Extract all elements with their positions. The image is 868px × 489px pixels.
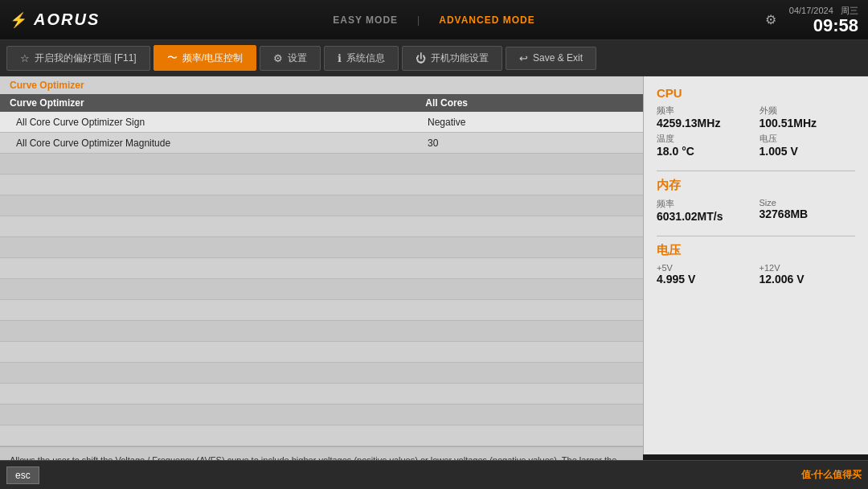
divider-2 xyxy=(657,236,855,236)
top-bar: ⚡ AORUS EASY MODE | ADVANCED MODE ⚙ 04/1… xyxy=(0,0,868,40)
sysinfo-icon: ℹ xyxy=(338,52,342,64)
volt-5v-item: +5V 4.995 V xyxy=(657,263,753,286)
cpu-freq-item: 频率 4259.13MHz xyxy=(657,105,753,129)
tab-favorites[interactable]: ☆ 开启我的偏好页面 [F11] xyxy=(6,46,150,71)
watermark: 值·什么值得买 xyxy=(801,468,862,482)
volt-12v-item: +12V 12.006 V xyxy=(760,263,856,286)
tab-boot-label: 开机功能设置 xyxy=(431,51,489,65)
easy-mode-button[interactable]: EASY MODE xyxy=(313,10,417,31)
mem-title: 内存 xyxy=(657,178,855,193)
settings-icon[interactable]: ⚙ xyxy=(765,12,776,27)
row-2-name: All Core Curve Optimizer Magnitude xyxy=(10,138,428,149)
logo-icon: ⚡ xyxy=(10,11,27,29)
time-display: 09:58 xyxy=(813,15,858,35)
mem-freq-item: 频率 6031.02MT/s xyxy=(657,198,753,223)
divider-1 xyxy=(657,171,855,171)
tab-favorites-label: 开启我的偏好页面 [F11] xyxy=(35,51,137,65)
cpu-temp-label: 温度 xyxy=(657,133,753,145)
cpu-freq-label: 频率 xyxy=(657,105,753,117)
settings-nav-icon: ⚙ xyxy=(273,52,283,64)
mem-size-item: Size 32768MB xyxy=(760,198,856,223)
nav-tabs: ☆ 开启我的偏好页面 [F11] 〜 频率/电压控制 ⚙ 设置 ℹ 系统信息 ⏻… xyxy=(0,40,868,76)
datetime: 04/17/2024 周三 09:58 xyxy=(789,5,858,35)
boot-icon: ⏻ xyxy=(416,52,426,64)
mem-size-label: Size xyxy=(760,198,856,208)
save-exit-icon: ↩ xyxy=(519,52,528,64)
tab-save-exit[interactable]: ↩ Save & Exit xyxy=(506,47,596,70)
breadcrumb: Curve Optimizer xyxy=(0,76,643,94)
cpu-voltage-value: 1.005 V xyxy=(760,145,856,158)
logo-text: AORUS xyxy=(34,10,100,29)
right-panel: CPU 频率 4259.13MHz 外频 100.51MHz 温度 18.0 °… xyxy=(643,76,868,454)
col-header-name: Curve Optimizer xyxy=(10,97,425,109)
mem-info-grid: 频率 6031.02MT/s Size 32768MB xyxy=(657,198,855,223)
mem-size-value: 32768MB xyxy=(760,208,856,220)
volt-12v-label: +12V xyxy=(760,263,856,273)
col-header-value: All Cores xyxy=(425,97,633,109)
volt-5v-label: +5V xyxy=(657,263,753,273)
footer-right: 值·什么值得买 xyxy=(801,468,862,482)
freq-icon: 〜 xyxy=(167,51,178,65)
table-header: Curve Optimizer All Cores xyxy=(0,94,643,112)
mem-freq-label: 频率 xyxy=(657,198,753,210)
tab-settings[interactable]: ⚙ 设置 xyxy=(260,46,321,71)
cpu-freq-value: 4259.13MHz xyxy=(657,117,753,129)
cpu-ext-freq-item: 外频 100.51MHz xyxy=(760,105,856,129)
tab-save-exit-label: Save & Exit xyxy=(533,52,583,64)
cpu-voltage-item: 电压 1.005 V xyxy=(760,133,856,158)
favorites-icon: ☆ xyxy=(20,52,30,64)
cpu-ext-freq-label: 外频 xyxy=(760,105,856,117)
empty-table-area xyxy=(0,154,643,446)
volt-12v-value: 12.006 V xyxy=(760,273,856,286)
row-1-name: All Core Curve Optimizer Sign xyxy=(10,117,428,128)
volt-5v-value: 4.995 V xyxy=(657,273,753,286)
table-row[interactable]: All Core Curve Optimizer Sign Negative xyxy=(0,112,643,133)
tab-settings-label: 设置 xyxy=(288,51,307,65)
cpu-title: CPU xyxy=(657,86,855,100)
cpu-temp-value: 18.0 °C xyxy=(657,145,753,158)
cpu-section: CPU 频率 4259.13MHz 外频 100.51MHz 温度 18.0 °… xyxy=(657,86,855,158)
advanced-mode-button[interactable]: ADVANCED MODE xyxy=(420,10,554,31)
mode-buttons: EASY MODE | ADVANCED MODE xyxy=(313,10,554,31)
row-2-value: 30 xyxy=(428,138,633,149)
volt-title: 电压 xyxy=(657,243,855,258)
tab-boot[interactable]: ⏻ 开机功能设置 xyxy=(402,46,502,71)
top-right: ⚙ 04/17/2024 周三 09:58 xyxy=(765,5,858,35)
esc-button[interactable]: esc xyxy=(6,466,39,484)
cpu-voltage-label: 电压 xyxy=(760,133,856,145)
footer-bar: esc 值·什么值得买 xyxy=(0,460,868,489)
table-row[interactable]: All Core Curve Optimizer Magnitude 30 xyxy=(0,133,643,154)
cpu-ext-freq-value: 100.51MHz xyxy=(760,117,856,129)
row-1-value: Negative xyxy=(428,117,633,128)
volt-info-grid: +5V 4.995 V +12V 12.006 V xyxy=(657,263,855,286)
cpu-temp-item: 温度 18.0 °C xyxy=(657,133,753,158)
logo-area: ⚡ AORUS xyxy=(10,10,100,29)
tab-sysinfo-label: 系统信息 xyxy=(346,51,385,65)
left-panel: Curve Optimizer Curve Optimizer All Core… xyxy=(0,76,643,454)
footer-left: esc xyxy=(6,466,39,484)
mem-section: 内存 频率 6031.02MT/s Size 32768MB xyxy=(657,178,855,223)
volt-section: 电压 +5V 4.995 V +12V 12.006 V xyxy=(657,243,855,286)
tab-freq-label: 频率/电压控制 xyxy=(182,51,243,65)
cpu-info-grid: 频率 4259.13MHz 外频 100.51MHz 温度 18.0 °C 电压… xyxy=(657,105,855,158)
main-area: Curve Optimizer Curve Optimizer All Core… xyxy=(0,76,868,454)
mem-freq-value: 6031.02MT/s xyxy=(657,210,753,223)
tab-sysinfo[interactable]: ℹ 系统信息 xyxy=(324,46,399,71)
tab-freq-voltage[interactable]: 〜 频率/电压控制 xyxy=(154,45,256,71)
